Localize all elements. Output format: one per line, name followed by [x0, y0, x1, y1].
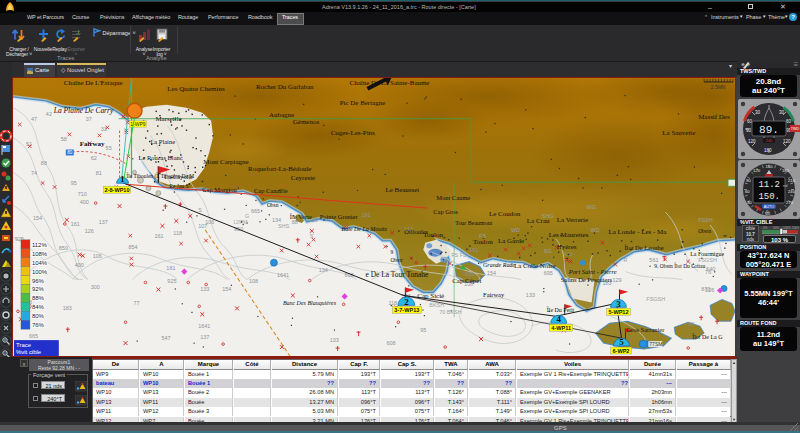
svg-text:50%: 50% [773, 226, 779, 230]
svg-text:120: 120 [753, 168, 761, 173]
svg-text:SG: SG [544, 247, 552, 253]
svg-text:850: 850 [59, 244, 68, 250]
svg-text:Massif Des: Massif Des [698, 112, 730, 120]
svg-text:Gémenos: Gémenos [293, 117, 320, 125]
svg-text:37: 37 [86, 115, 92, 121]
svg-text:3-7-WP13: 3-7-WP13 [394, 306, 419, 312]
svg-text:150: 150 [766, 164, 774, 169]
svg-text:118: 118 [388, 300, 397, 306]
svg-text:Rocher Du Garlaban: Rocher Du Garlaban [256, 82, 314, 90]
svg-text:R: R [623, 256, 627, 262]
svg-text:BKSH: BKSH [429, 302, 444, 308]
svg-text:77: 77 [133, 300, 139, 306]
svg-text:Ollioules: Ollioules [404, 227, 428, 234]
svg-text:WG: WG [587, 204, 596, 210]
svg-text:80: 80 [67, 150, 72, 155]
svg-text:120: 120 [748, 139, 756, 144]
svg-text:137: 137 [99, 218, 108, 224]
svg-text:Salins De Pesquiers: Salins De Pesquiers [561, 275, 613, 282]
svg-text:547: 547 [161, 335, 170, 341]
svg-text:180: 180 [782, 168, 790, 173]
svg-text:Cap Canaille: Cap Canaille [254, 187, 288, 194]
svg-text:Ceyreste: Ceyreste [291, 174, 315, 182]
svg-text:55: 55 [106, 145, 112, 151]
svg-text:4: 4 [556, 314, 561, 324]
svg-text:88%: 88% [32, 295, 45, 301]
svg-text:133: 133 [330, 337, 339, 343]
svg-text:Les Quatre Chemins: Les Quatre Chemins [167, 84, 225, 92]
svg-text:60: 60 [786, 119, 792, 124]
svg-text:Cuges-Les-Pins: Cuges-Les-Pins [331, 128, 375, 136]
svg-text:Le Roucas Blanc: Le Roucas Blanc [138, 154, 182, 161]
svg-text:106: 106 [93, 252, 102, 258]
svg-text:11.2: 11.2 [758, 180, 780, 190]
svg-text:70 BKSH: 70 BKSH [439, 309, 462, 315]
svg-text:695: 695 [544, 269, 553, 275]
svg-text:270: 270 [786, 200, 794, 205]
svg-text:112%: 112% [32, 241, 48, 247]
svg-text:3: 3 [616, 298, 621, 308]
svg-text:30: 30 [779, 110, 785, 115]
svg-text:107: 107 [198, 222, 207, 228]
svg-text:126: 126 [85, 227, 94, 233]
svg-text:Îlot De Leoube: Îlot De Leoube [624, 243, 663, 250]
svg-text:Baie De La Moutte: Baie De La Moutte [342, 225, 388, 231]
svg-text:30: 30 [747, 200, 752, 205]
svg-text:La Garde: La Garde [498, 236, 524, 244]
svg-text:Marseille: Marseille [155, 114, 181, 122]
svg-text:608: 608 [386, 340, 395, 346]
svg-text:FSSH: FSSH [698, 216, 713, 222]
svg-text:FSGSH: FSGSH [698, 256, 717, 262]
svg-text:665: 665 [29, 333, 38, 339]
svg-text:6-WP2: 6-WP2 [612, 347, 629, 353]
svg-text:Fairway: Fairway [483, 291, 505, 298]
svg-text:30: 30 [755, 110, 761, 115]
svg-text:Les Maurettes: Les Maurettes [549, 230, 589, 238]
svg-text:Cap Sicié: Cap Sicié [417, 292, 444, 300]
svg-text:104%: 104% [32, 259, 48, 265]
svg-text:Hyères: Hyères [557, 242, 577, 250]
svg-text:77SM: 77SM [649, 342, 662, 347]
svg-text:La Colle Noire: La Colle Noire [514, 261, 556, 269]
svg-text:Trace: Trace [16, 342, 32, 348]
svg-text:76: 76 [705, 268, 711, 274]
svg-text:400: 400 [75, 261, 84, 267]
svg-text:Obsn: Obsn [267, 202, 279, 208]
svg-text:154: 154 [33, 214, 42, 220]
svg-text:Gros Sarranier: Gros Sarranier [626, 326, 665, 333]
svg-text:300: 300 [91, 284, 100, 290]
svg-text:TWD: TWD [791, 127, 800, 131]
svg-text:5-WP12: 5-WP12 [608, 308, 628, 314]
svg-text:81: 81 [96, 170, 102, 176]
svg-text:Île Tiboulen (Î. Tiboulen De M: Île Tiboulen (Î. Tiboulen De M [127, 172, 195, 180]
svg-text:90: 90 [746, 178, 751, 183]
svg-text:Tour Beaumont: Tour Beaumont [455, 219, 493, 225]
svg-text:161: 161 [154, 232, 163, 238]
svg-text:2: 2 [404, 296, 409, 306]
svg-text:60: 60 [745, 189, 750, 194]
svg-text:La Plaine De Carry: La Plaine De Carry [53, 105, 114, 114]
svg-text:Aubagne: Aubagne [269, 110, 294, 118]
svg-text:La Londe - Les - Ma: La Londe - Les - Ma [609, 227, 667, 235]
svg-text:665: 665 [251, 208, 260, 214]
svg-text:Fairway: Fairway [80, 139, 105, 147]
svg-text:161: 161 [71, 220, 80, 226]
svg-text:854: 854 [129, 243, 138, 249]
svg-text:Mont Carpiagne: Mont Carpiagne [203, 158, 248, 166]
svg-text:1641: 1641 [198, 323, 210, 329]
svg-text:240: 240 [766, 138, 773, 143]
svg-text:Mont Caume: Mont Caume [436, 194, 470, 201]
svg-text:SHS: SHS [278, 222, 290, 228]
svg-text:Pic De Bertagne: Pic De Bertagne [340, 98, 386, 106]
svg-text:WD: WD [591, 226, 600, 232]
svg-text:925: 925 [167, 277, 176, 283]
svg-text:2-8-WP10: 2-8-WP10 [105, 186, 130, 192]
svg-text:210: 210 [788, 178, 796, 183]
svg-text:WD: WD [511, 226, 520, 232]
svg-text:Roquefort-La-Bédoule: Roquefort-La-Bédoule [248, 165, 311, 173]
svg-text:S: S [310, 232, 314, 238]
svg-text:S: S [198, 207, 202, 213]
svg-text:Banc Des Blauquières: Banc Des Blauquières [283, 300, 337, 306]
svg-text:400: 400 [80, 199, 89, 205]
svg-text:108: 108 [249, 277, 258, 283]
